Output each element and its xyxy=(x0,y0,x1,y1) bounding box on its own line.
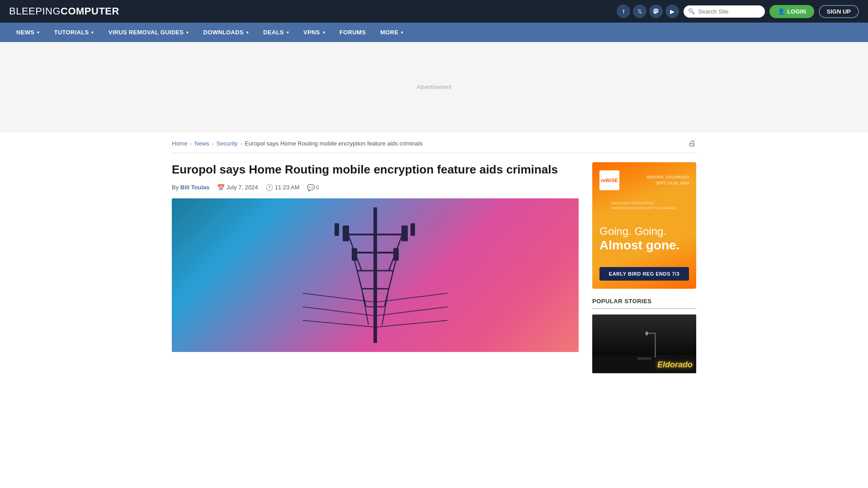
article-layout: Europol says Home Routing mobile encrypt… xyxy=(172,153,696,373)
eldorado-sign: Eldorado xyxy=(657,360,693,370)
nav-news-arrow: ▾ xyxy=(37,30,39,35)
calendar-icon: 📅 xyxy=(217,184,225,191)
logo-bold: COMPUTER xyxy=(61,5,119,17)
facebook-icon[interactable]: f xyxy=(617,5,630,18)
svg-rect-27 xyxy=(592,314,696,355)
article-image xyxy=(172,198,579,352)
svg-line-24 xyxy=(303,320,375,327)
top-ad-banner: Advertisement xyxy=(0,42,868,132)
nav-vpns[interactable]: VPNS ▾ xyxy=(296,23,332,42)
site-logo[interactable]: BLEEPINGCOMPUTER xyxy=(9,5,119,17)
nav-virus-removal[interactable]: VIRUS REMOVAL GUIDES ▾ xyxy=(101,23,196,42)
article-sidebar: mWiSE DENVER, COLORADO SEPT 18-19, 2024 … xyxy=(592,162,696,373)
nav-virus-label: VIRUS REMOVAL GUIDES xyxy=(108,29,184,36)
breadcrumb-sep-1: › xyxy=(190,141,192,146)
nav-tutorials-arrow: ▾ xyxy=(91,30,94,35)
nav-virus-arrow: ▾ xyxy=(186,30,189,35)
article-date: July 7, 2024 xyxy=(226,184,258,191)
mastodon-icon[interactable] xyxy=(649,5,663,18)
nav-vpns-label: VPNS xyxy=(303,29,320,36)
nav-more[interactable]: MORE ▾ xyxy=(373,23,411,42)
ad-logo-acronym: mWiSE xyxy=(601,178,618,183)
svg-rect-15 xyxy=(335,223,339,236)
header-right: f 𝕏 ▶ 👤 LOGIN SIGN UP xyxy=(617,5,859,18)
logo-light: BLEEPING xyxy=(9,5,61,17)
svg-line-25 xyxy=(375,320,448,327)
nav-downloads-arrow: ▾ xyxy=(246,30,249,35)
nav-vpns-arrow: ▾ xyxy=(323,30,325,35)
ad-logo-area: mWiSE DENVER, COLORADO SEPT 18-19, 2024 xyxy=(599,170,689,190)
nav-forums[interactable]: FORUMS xyxy=(332,23,373,42)
ad-cta-button[interactable]: EARLY BIRD REG ENDS 7/3 xyxy=(599,267,689,281)
svg-line-23 xyxy=(375,307,448,316)
svg-rect-18 xyxy=(352,248,357,261)
ad-dates: SEPT 18-19, 2024 xyxy=(623,180,689,187)
login-button[interactable]: 👤 LOGIN xyxy=(769,5,814,18)
nav-deals-arrow: ▾ xyxy=(287,30,289,35)
author-link[interactable]: Bill Toulas xyxy=(180,184,210,191)
search-input[interactable] xyxy=(684,5,765,18)
ad-logo-icon: mWiSE xyxy=(599,170,619,190)
article-time: 11:23 AM xyxy=(275,184,300,191)
article-main: Europol says Home Routing mobile encrypt… xyxy=(172,162,579,373)
ad-location: DENVER, COLORADO xyxy=(623,174,689,181)
popular-story-image[interactable]: Eldorado xyxy=(592,314,696,373)
popular-stories-heading: POPULAR STORIES xyxy=(592,298,696,309)
signup-label: SIGN UP xyxy=(827,8,851,15)
print-button[interactable]: 🖨 xyxy=(688,139,696,148)
svg-rect-14 xyxy=(343,225,349,241)
site-header: BLEEPINGCOMPUTER f 𝕏 ▶ 👤 LOGIN SIGN UP xyxy=(0,0,868,23)
search-wrapper xyxy=(684,5,765,18)
social-icons: f 𝕏 ▶ xyxy=(617,5,679,18)
nav-tutorials-label: TUTORIALS xyxy=(54,29,89,36)
nav-more-arrow: ▾ xyxy=(401,30,403,35)
comment-count-value: 0 xyxy=(316,184,319,191)
nav-forums-label: FORUMS xyxy=(340,29,366,36)
nav-downloads-label: DOWNLOADS xyxy=(203,29,244,36)
breadcrumb-security[interactable]: Security xyxy=(217,140,238,147)
breadcrumb-sep-3: › xyxy=(241,141,242,146)
svg-rect-0 xyxy=(373,207,377,343)
svg-rect-16 xyxy=(401,225,408,241)
comment-icon: 💬 xyxy=(307,184,315,191)
nav-downloads[interactable]: DOWNLOADS ▾ xyxy=(196,23,256,42)
svg-rect-29 xyxy=(637,357,651,360)
ad-tagline-line1: Going. Going. xyxy=(599,225,666,237)
breadcrumb-home[interactable]: Home xyxy=(172,140,188,147)
nav-tutorials[interactable]: TUTORIALS ▾ xyxy=(47,23,101,42)
youtube-icon[interactable]: ▶ xyxy=(665,5,679,18)
article-author: By Bill Toulas xyxy=(172,184,210,191)
nav-more-label: MORE xyxy=(380,29,398,36)
popular-stories-section: POPULAR STORIES xyxy=(592,298,696,373)
svg-rect-32 xyxy=(646,332,648,335)
breadcrumb-news[interactable]: News xyxy=(194,140,209,147)
clock-icon: 🕐 xyxy=(265,184,273,191)
article-title: Europol says Home Routing mobile encrypt… xyxy=(172,162,579,178)
article-time-item: 🕐 11:23 AM xyxy=(265,184,300,191)
svg-rect-30 xyxy=(655,333,656,357)
nav-news[interactable]: NEWS ▾ xyxy=(9,23,47,42)
article-meta: By Bill Toulas 📅 July 7, 2024 🕐 11:23 AM… xyxy=(172,184,579,191)
nav-deals[interactable]: DEALS ▾ xyxy=(256,23,296,42)
svg-rect-17 xyxy=(410,223,415,236)
breadcrumb-sep-2: › xyxy=(212,141,214,146)
main-nav: NEWS ▾ TUTORIALS ▾ VIRUS REMOVAL GUIDES … xyxy=(0,23,868,42)
sidebar-ad[interactable]: mWiSE DENVER, COLORADO SEPT 18-19, 2024 … xyxy=(592,162,696,289)
breadcrumb: Home › News › Security › Europol says Ho… xyxy=(172,132,696,153)
ad-tagline: Going. Going. Almost gone. xyxy=(599,225,689,253)
ad-tagline-line2: Almost gone. xyxy=(599,238,689,253)
content-wrapper: Home › News › Security › Europol says Ho… xyxy=(163,132,705,373)
article-comments[interactable]: 💬 0 xyxy=(307,184,319,191)
svg-line-22 xyxy=(303,307,375,316)
article-date-item: 📅 July 7, 2024 xyxy=(217,184,258,191)
breadcrumb-current: Europol says Home Routing mobile encrypt… xyxy=(245,140,423,147)
nav-deals-label: DEALS xyxy=(263,29,284,36)
signup-button[interactable]: SIGN UP xyxy=(819,5,859,18)
nav-news-label: NEWS xyxy=(16,29,34,36)
ad-logo-subtitle: MANDIANT WORLDWIDE INFORMATION SECURITY … xyxy=(611,201,677,211)
svg-rect-19 xyxy=(393,248,399,261)
login-label: LOGIN xyxy=(787,8,806,15)
twitter-icon[interactable]: 𝕏 xyxy=(633,5,646,18)
ad-event-details: DENVER, COLORADO SEPT 18-19, 2024 xyxy=(623,174,689,187)
user-icon: 👤 xyxy=(778,8,785,15)
